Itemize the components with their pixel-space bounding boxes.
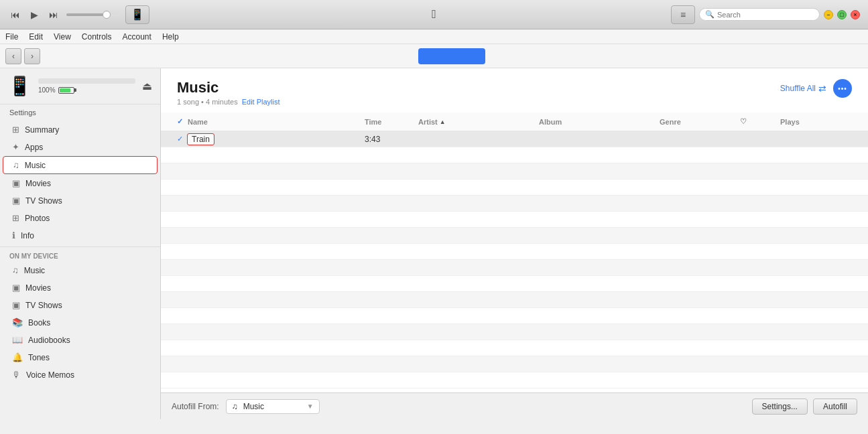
maximize-button[interactable]: □ <box>837 10 847 19</box>
table-row[interactable]: ✓ Train 3:43 <box>161 131 868 147</box>
titlebar: ⏮ ▶ ⏭ 📱  ≡ 🔍 − □ × <box>0 0 868 29</box>
device-button[interactable]: 📱 <box>125 5 149 24</box>
content-area: Music 1 song • 4 minutes Edit Playlist S… <box>161 68 868 419</box>
on-my-device-header: On My Device <box>0 246 160 261</box>
sidebar-item-audiobooks-device[interactable]: 📖 Audiobooks <box>3 332 158 348</box>
battery-tip <box>74 88 76 92</box>
edit-playlist-button[interactable]: Edit Playlist <box>242 98 280 106</box>
titlebar-left: ⏮ ▶ ⏭ 📱 <box>8 5 149 24</box>
list-icon: ≡ <box>680 9 686 20</box>
tv-shows-icon: ▣ <box>12 196 20 206</box>
sidebar-item-settings[interactable]: Settings <box>0 104 160 121</box>
settings-button[interactable]: Settings... <box>752 399 808 415</box>
table-row <box>161 163 868 179</box>
rewind-button[interactable]: ⏮ <box>8 8 23 21</box>
sidebar-item-movies[interactable]: ▣ Movies <box>3 175 158 192</box>
photos-icon: ⊞ <box>12 213 19 223</box>
sidebar-item-books-device[interactable]: 📚 Books <box>3 314 158 331</box>
apple-logo:  <box>432 7 436 21</box>
movies-device-icon: ▣ <box>12 283 20 293</box>
sidebar-item-music-device[interactable]: ♫ Music <box>3 262 158 279</box>
shuffle-all-button[interactable]: Shuffle All ⇄ <box>780 83 826 94</box>
shuffle-icon: ⇄ <box>818 83 826 94</box>
autofill-label: Autofill From: <box>172 402 219 411</box>
titlebar-center:  <box>432 7 436 21</box>
battery-indicator <box>58 87 76 94</box>
nav-forward-button[interactable]: › <box>24 48 40 64</box>
table-row <box>161 179 868 196</box>
close-button[interactable]: × <box>851 10 860 19</box>
table-row <box>161 276 868 292</box>
sidebar-item-apps[interactable]: ✦ Apps <box>3 139 158 155</box>
sidebar-item-photos[interactable]: ⊞ Photos <box>3 210 158 226</box>
sync-button[interactable] <box>418 48 485 64</box>
table-row <box>161 308 868 324</box>
summary-icon: ⊞ <box>12 125 19 135</box>
audiobooks-device-icon: 📖 <box>12 335 23 345</box>
music-device-icon: ♫ <box>12 265 19 275</box>
music-table: ✓ Name Time Artist ▲ Album Genre <box>161 113 868 392</box>
nav-back-button[interactable]: ‹ <box>5 48 21 64</box>
autofill-source-select[interactable]: ♫ Music ▼ <box>226 399 320 414</box>
more-options-button[interactable]: ••• <box>833 79 852 98</box>
sidebar-item-tv-shows-device[interactable]: ▣ TV Shows <box>3 297 158 313</box>
sidebar-item-summary[interactable]: ⊞ Summary <box>3 121 158 138</box>
apps-icon: ✦ <box>12 142 19 152</box>
movies-icon: ▣ <box>12 178 20 188</box>
device-icon: 📱 <box>131 8 144 21</box>
table-row <box>161 196 868 212</box>
device-section: 📱 100% ⏏ <box>0 68 160 104</box>
sidebar-item-movies-device[interactable]: ▣ Movies <box>3 279 158 296</box>
content-subtitle: 1 song • 4 minutes Edit Playlist <box>177 98 280 106</box>
voice-memos-device-icon: 🎙 <box>12 370 21 380</box>
th-album: Album <box>539 115 660 128</box>
volume-thumb <box>103 11 111 19</box>
th-name[interactable]: ✓ Name <box>177 115 365 128</box>
table-row <box>161 244 868 260</box>
sidebar: 📱 100% ⏏ Settings ⊞ Summary <box>0 68 161 419</box>
sidebar-item-music[interactable]: ♫ Music <box>3 156 158 174</box>
menu-edit[interactable]: Edit <box>29 32 43 42</box>
table-row <box>161 147 868 163</box>
search-box[interactable]: 🔍 <box>699 8 820 21</box>
table-header: ✓ Name Time Artist ▲ Album Genre <box>161 113 868 131</box>
song-check-icon: ✓ <box>177 135 183 143</box>
play-button[interactable]: ▶ <box>28 8 41 21</box>
song-name: Train <box>187 133 214 145</box>
menu-view[interactable]: View <box>54 32 71 42</box>
sidebar-item-label: Movies <box>25 283 51 293</box>
menu-controls[interactable]: Controls <box>82 32 112 42</box>
sidebar-item-tones-device[interactable]: 🔔 Tones <box>3 349 158 366</box>
sidebar-item-label: Audiobooks <box>28 336 70 345</box>
td-name: ✓ Train <box>177 133 365 145</box>
sync-button-container <box>418 48 485 64</box>
volume-slider[interactable] <box>66 13 120 16</box>
table-row <box>161 356 868 372</box>
list-view-button[interactable]: ≡ <box>671 5 695 24</box>
autofill-actions: Settings... Autofill <box>752 399 857 415</box>
menubar: File Edit View Controls Account Help <box>0 29 868 44</box>
menu-account[interactable]: Account <box>123 32 151 42</box>
sidebar-item-voice-memos-device[interactable]: 🎙 Voice Memos <box>3 366 158 383</box>
autofill-button[interactable]: Autofill <box>813 399 857 415</box>
eject-icon[interactable]: ⏏ <box>142 80 152 92</box>
search-input[interactable] <box>717 11 814 19</box>
th-artist[interactable]: Artist ▲ <box>418 115 539 128</box>
sort-arrow-icon: ▲ <box>440 119 446 125</box>
sidebar-item-label: Apps <box>25 143 43 152</box>
minimize-button[interactable]: − <box>824 10 833 19</box>
tones-device-icon: 🔔 <box>12 352 23 362</box>
sidebar-item-label: Music <box>24 266 45 275</box>
sidebar-item-info[interactable]: ℹ Info <box>3 227 158 244</box>
menu-help[interactable]: Help <box>162 32 179 42</box>
content-title: Music <box>177 79 280 96</box>
table-row <box>161 260 868 276</box>
autofill-source-label: Music <box>243 402 264 411</box>
titlebar-right: ≡ 🔍 − □ × <box>671 5 860 24</box>
forward-button[interactable]: ⏭ <box>46 8 61 21</box>
sidebar-item-tv-shows[interactable]: ▣ TV Shows <box>3 192 158 209</box>
header-right: Shuffle All ⇄ ••• <box>780 79 852 98</box>
autofill-select-arrow-icon: ▼ <box>307 403 314 410</box>
menu-file[interactable]: File <box>5 32 18 42</box>
autofill-bar: Autofill From: ♫ Music ▼ Settings... Aut… <box>161 392 868 419</box>
